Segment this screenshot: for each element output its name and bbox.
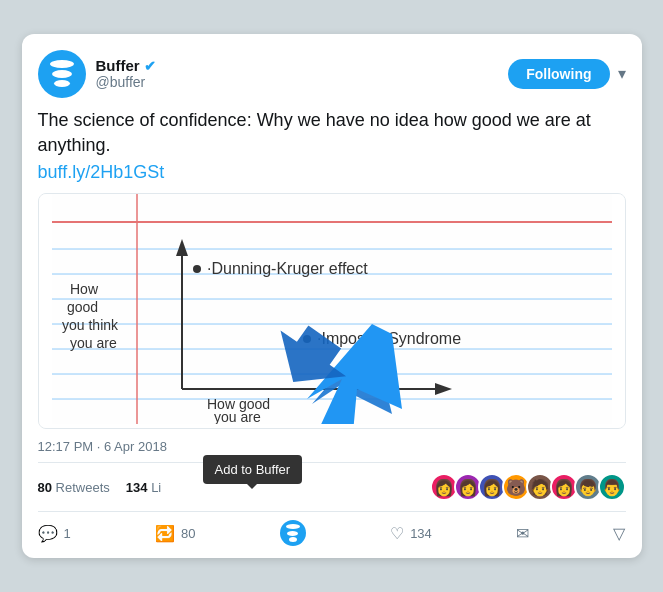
retweets-count: 80: [38, 480, 52, 495]
account-handle[interactable]: @buffer: [96, 74, 156, 90]
notebook-drawing: ·Dunning-Kruger effect ·Imposter Syndrom…: [39, 194, 625, 428]
add-to-buffer-tooltip: Add to Buffer: [203, 455, 303, 484]
svg-text:you are: you are: [214, 409, 261, 424]
svg-text:·Dunning-Kruger effect: ·Dunning-Kruger effect: [207, 260, 368, 277]
avatar[interactable]: [38, 50, 86, 98]
tweet-header-right: Following ▾: [508, 59, 625, 89]
svg-text:How: How: [70, 281, 99, 297]
tweet-header-left: Buffer ✔ @buffer: [38, 50, 156, 98]
tweet-body: The science of confidence: Why we have n…: [38, 108, 626, 429]
pocket-icon: ▽: [613, 524, 625, 543]
tweet-image: ·Dunning-Kruger effect ·Imposter Syndrom…: [38, 193, 626, 429]
retweets-stat: 80 Retweets: [38, 480, 110, 495]
like-action[interactable]: ♡ 134: [390, 524, 432, 543]
dm-action[interactable]: ✉: [516, 524, 529, 543]
dm-icon: ✉: [516, 524, 529, 543]
tweet-link[interactable]: buff.ly/2Hb1GSt: [38, 162, 165, 182]
account-info: Buffer ✔ @buffer: [96, 57, 156, 90]
tweet-timestamp: 12:17 PM · 6 Apr 2018: [38, 439, 626, 454]
verified-icon: ✔: [144, 58, 156, 74]
reply-count: 1: [64, 526, 71, 541]
tweet-header: Buffer ✔ @buffer Following ▾: [38, 50, 626, 98]
like-icon: ♡: [390, 524, 404, 543]
retweet-icon: 🔁: [155, 524, 175, 543]
tweet-actions: 💬 1 🔁 80 ♡ 134 ✉: [38, 512, 626, 558]
tweet-stats-row: 80 Retweets 134 Li Add to Buffer 👩 👩 👩 🐻…: [38, 462, 626, 512]
reply-icon: 💬: [38, 524, 58, 543]
tweet-card: Buffer ✔ @buffer Following ▾ The science…: [22, 34, 642, 558]
buffer-action[interactable]: [280, 520, 306, 546]
tooltip-text: Add to Buffer: [215, 462, 291, 477]
buffer-layer-2: [287, 531, 298, 536]
avatar-layer-2: [52, 70, 72, 78]
svg-text:you think: you think: [62, 317, 119, 333]
buffer-layers: [286, 524, 300, 542]
avatar-layer-3: [54, 80, 70, 87]
retweet-action[interactable]: 🔁 80: [155, 524, 195, 543]
like-avatar-8: 👨: [598, 473, 626, 501]
likes-count: 134: [126, 480, 148, 495]
likes-stat: 134 Li: [126, 480, 161, 495]
svg-text:good: good: [67, 299, 98, 315]
retweet-count: 80: [181, 526, 195, 541]
likes-avatars: 👩 👩 👩 🐻 🧑 👩 👦 👨: [434, 473, 626, 501]
buffer-logo: [50, 60, 74, 87]
pocket-action[interactable]: ▽: [613, 524, 625, 543]
chevron-down-icon[interactable]: ▾: [618, 64, 626, 83]
retweets-label: Retweets: [56, 480, 110, 495]
svg-point-14: [193, 265, 201, 273]
display-name: Buffer: [96, 57, 140, 74]
like-count: 134: [410, 526, 432, 541]
buffer-layer-1: [286, 524, 300, 529]
buffer-layer-3: [289, 537, 297, 542]
svg-text:you are: you are: [70, 335, 117, 351]
reply-action[interactable]: 💬 1: [38, 524, 71, 543]
account-name[interactable]: Buffer ✔: [96, 57, 156, 74]
notebook-svg: ·Dunning-Kruger effect ·Imposter Syndrom…: [39, 194, 625, 424]
tweet-text: The science of confidence: Why we have n…: [38, 108, 626, 158]
following-button[interactable]: Following: [508, 59, 609, 89]
avatar-layer-1: [50, 60, 74, 68]
likes-label: Li: [151, 480, 161, 495]
buffer-icon: [280, 520, 306, 546]
